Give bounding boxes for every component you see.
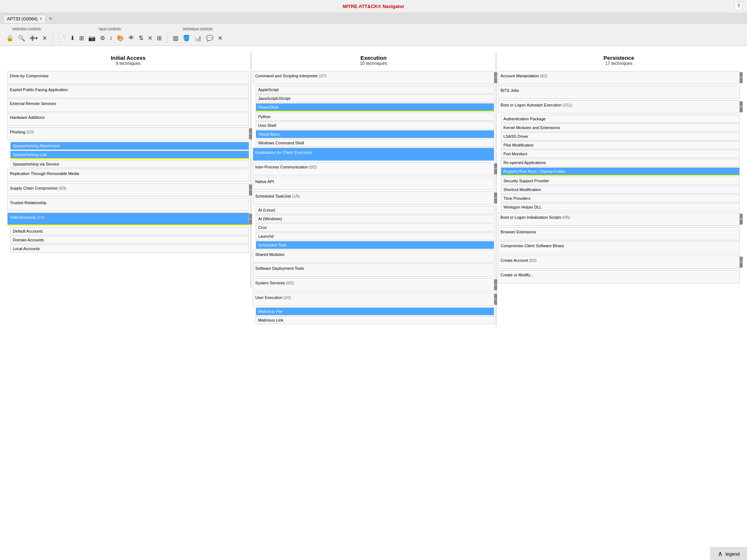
subtechnique-security-support[interactable]: Security Support Provider: [501, 177, 740, 185]
subtechnique-malicious-file[interactable]: Malicious File: [256, 307, 495, 315]
supply-chain-expand-handle[interactable]: [249, 184, 252, 195]
technique-account-manipulation[interactable]: Account Manipulation (0/2): [498, 71, 740, 84]
technique-native-api[interactable]: Native API: [253, 177, 495, 190]
subtechnique-reopened-apps[interactable]: Re-opened Applications: [501, 159, 740, 167]
grid-button[interactable]: ⊞: [77, 34, 86, 43]
new-layer-button[interactable]: 📄: [57, 34, 67, 43]
technique-boot-init-scripts[interactable]: Boot or Logon Initialization Scripts (0/…: [498, 213, 740, 226]
tactic-count-initial-access: 9 techniques: [7, 61, 249, 66]
subtechnique-visual-basic[interactable]: Visual Basic: [256, 130, 495, 138]
csi-expand-handle[interactable]: [494, 72, 497, 83]
technique-replication-removable[interactable]: Replication Through Removable Media: [7, 169, 249, 182]
help-button[interactable]: ?: [735, 2, 743, 10]
technique-external-remote[interactable]: External Remote Services: [7, 99, 249, 112]
technique-ipc[interactable]: Inter-Process Communication (0/2): [253, 162, 495, 175]
sched-task-expand-handle[interactable]: [494, 192, 497, 203]
subtechnique-malicious-link[interactable]: Malicious Link: [256, 316, 495, 324]
create-account-group: Create Account (0/2): [498, 255, 740, 269]
subtechnique-python[interactable]: Python: [256, 113, 495, 121]
subtechnique-winlogon[interactable]: Winlogon Helper DLL: [501, 203, 740, 211]
subtechnique-unix-shell[interactable]: Unix Shell: [256, 121, 495, 129]
technique-create-account[interactable]: Create Account (0/2): [498, 256, 740, 269]
subtechnique-at-linux[interactable]: At (Linux): [256, 206, 495, 214]
subtechnique-spearphishing-link[interactable]: Spearphishing Link: [10, 151, 249, 159]
toolbar-sep-2: [167, 32, 167, 43]
subtechnique-auth-package[interactable]: Authentication Package: [501, 115, 740, 123]
boot-init-expand-handle[interactable]: [740, 214, 743, 225]
fill-button[interactable]: ▨: [171, 34, 180, 43]
subtechnique-shortcut-mod[interactable]: Shortcut Modification: [501, 186, 740, 194]
boot-autostart-expand-handle[interactable]: [740, 101, 743, 112]
technique-hardware-additions[interactable]: Hardware Additions: [7, 113, 249, 126]
technique-compromise-client[interactable]: Compromise Client Software Binary: [498, 241, 740, 254]
camera-button[interactable]: 📷: [86, 34, 97, 43]
subtechnique-plist-mod[interactable]: Plist Modification: [501, 141, 740, 149]
ipc-expand-handle[interactable]: [494, 163, 497, 174]
subtechnique-domain-accounts[interactable]: Domain Accounts: [10, 236, 249, 244]
view-button[interactable]: 👁: [127, 34, 136, 42]
subtechnique-default-accounts[interactable]: Default Accounts: [10, 227, 249, 235]
subtechnique-spearphishing-service[interactable]: Spearphishing via Service: [10, 160, 249, 168]
technique-software-deployment[interactable]: Software Deployment Tools: [253, 264, 495, 277]
technique-browser-extensions[interactable]: Browser Extensions: [498, 227, 740, 240]
user-execution-expand-handle[interactable]: [494, 294, 497, 305]
filter-button[interactable]: ⚙: [98, 34, 107, 43]
subtechnique-lsass-driver[interactable]: LSASS Driver: [501, 132, 740, 140]
comment-button[interactable]: 💬: [204, 34, 215, 43]
subtechnique-registry-run-keys[interactable]: Registry Run Keys / Startup Folder: [501, 167, 740, 176]
technique-phishing[interactable]: Phishing (2/3): [7, 127, 249, 140]
subtechnique-javascript[interactable]: JavaScript/JScript: [256, 94, 495, 102]
color-button[interactable]: 🎨: [115, 34, 126, 43]
technique-drive-by-compromise[interactable]: Drive-by Compromise: [7, 71, 249, 84]
subtechnique-kernel-modules[interactable]: Kernel Modules and Extensions: [501, 124, 740, 132]
technique-system-services[interactable]: System Services (0/2): [253, 278, 495, 291]
app-title: MITRE ATT&CK® Navigator: [342, 4, 404, 9]
subtechnique-scheduled-task[interactable]: Scheduled Task: [256, 241, 495, 249]
subtechnique-time-providers[interactable]: Time Providers: [501, 194, 740, 202]
bucket-button[interactable]: 🪣: [181, 34, 192, 43]
technique-valid-accounts[interactable]: Valid Accounts (0/3): [7, 213, 249, 226]
technique-scheduled-task[interactable]: Scheduled Task/Job (1/5): [253, 191, 495, 205]
subtechnique-local-accounts[interactable]: Local Accounts: [10, 245, 249, 253]
technique-shared-modules[interactable]: Shared Modules: [253, 250, 495, 263]
multiselect-button[interactable]: ⊞: [155, 34, 163, 43]
subtechnique-windows-cmd[interactable]: Windows Command Shell: [256, 139, 495, 147]
technique-exploitation-client[interactable]: Exploitation for Client Execution: [253, 148, 495, 161]
subtechnique-spearphishing-attachment[interactable]: Spearphishing Attachment: [10, 142, 249, 150]
technique-user-execution[interactable]: User Execution (2/2): [253, 293, 495, 306]
subtechnique-applescript[interactable]: AppleScript: [256, 86, 495, 94]
legend-toggle-button[interactable]: ∧: [718, 550, 723, 558]
download-button[interactable]: ⬇: [68, 34, 77, 43]
sys-services-expand-handle[interactable]: [494, 279, 497, 290]
tab-add-button[interactable]: +: [46, 14, 55, 23]
clear-button[interactable]: ✕: [216, 34, 224, 43]
subtechnique-powershell[interactable]: PowerShell: [256, 103, 495, 112]
add-selection-button[interactable]: ➕▾: [28, 34, 40, 42]
subtechnique-port-monitors[interactable]: Port Monitors: [501, 150, 740, 158]
phishing-expand-handle[interactable]: [249, 128, 252, 139]
technique-supply-chain[interactable]: Supply Chain Compromise (0/3): [7, 183, 249, 197]
subtechnique-launchd[interactable]: Launchd: [256, 232, 495, 240]
tactic-name-persistence: Persistence: [498, 55, 740, 61]
search-button[interactable]: 🔍: [16, 34, 27, 43]
csi-subtechniques: AppleScript JavaScript/JScript PowerShel…: [256, 86, 495, 147]
technique-exploit-public[interactable]: Exploit Public-Facing Application: [7, 85, 249, 98]
lock-button[interactable]: 🔒: [4, 34, 15, 43]
sort-button[interactable]: ↕: [108, 34, 114, 42]
clear-selection-button[interactable]: ✕: [40, 34, 49, 43]
score-button[interactable]: 📊: [193, 34, 204, 43]
technique-boot-autostart[interactable]: Boot or Logon Autostart Execution (1/11): [498, 100, 740, 113]
tab-apt33[interactable]: APT33 (G0064) ×: [3, 15, 46, 23]
subtechnique-at-windows[interactable]: At (Windows): [256, 215, 495, 223]
technique-trusted-relationship[interactable]: Trusted Relationship: [7, 198, 249, 211]
technique-command-scripting[interactable]: Command and Scripting Interpreter (2/7): [253, 71, 495, 84]
subtechnique-cron[interactable]: Cron: [256, 223, 495, 232]
close-layer-button[interactable]: ✕: [146, 34, 154, 43]
create-account-expand-handle[interactable]: [740, 257, 743, 268]
expand-button[interactable]: ⇅: [137, 34, 145, 43]
technique-create-modify[interactable]: Create or Modify...: [498, 270, 740, 283]
technique-bits-jobs[interactable]: BITS Jobs: [498, 86, 740, 99]
valid-accounts-expand-handle[interactable]: [249, 214, 252, 225]
acct-manip-expand-handle[interactable]: [740, 72, 743, 83]
tab-close-icon[interactable]: ×: [40, 17, 42, 21]
